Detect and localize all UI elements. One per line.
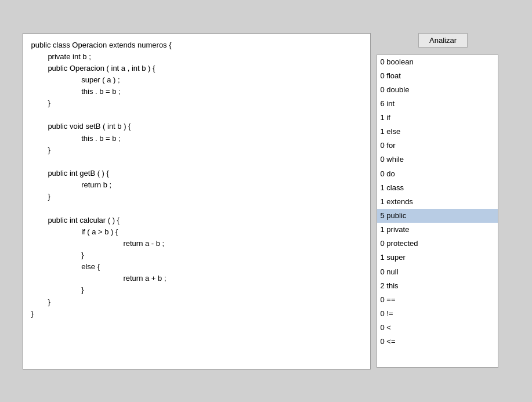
analyze-button[interactable]: Analizar [418,33,468,48]
keyword-item[interactable]: 0 protected [377,237,498,251]
keyword-item[interactable]: 5 public [377,209,498,223]
keyword-item[interactable]: 0 < [377,321,498,335]
keyword-item[interactable]: 0 for [377,139,498,153]
keyword-list[interactable]: 0 boolean0 float0 double6 int1 if1 else0… [377,55,498,368]
keyword-item[interactable]: 0 while [377,153,498,166]
code-display: public class Operacion extends numeros {… [31,39,362,320]
keyword-item[interactable]: 0 <= [377,335,498,349]
keyword-item[interactable]: 2 this [377,279,498,293]
keyword-item[interactable]: 0 != [377,307,498,321]
keyword-item[interactable]: 0 null [377,265,498,279]
keyword-item[interactable]: 0 float [377,69,498,83]
keyword-item[interactable]: 0 == [377,293,498,307]
keyword-item[interactable]: 0 double [377,83,498,97]
keyword-item[interactable]: 1 extends [377,195,498,209]
keyword-item[interactable]: 1 if [377,111,498,125]
keyword-item[interactable]: 1 super [377,251,498,265]
keyword-item[interactable]: 0 do [377,167,498,181]
right-panel: Analizar 0 boolean0 float0 double6 int1 … [377,33,510,370]
keyword-item[interactable]: 6 int [377,97,498,111]
keyword-item[interactable]: 1 private [377,223,498,237]
code-panel: public class Operacion extends numeros {… [23,33,371,370]
main-container: public class Operacion extends numeros {… [11,21,522,381]
keyword-item[interactable]: 1 class [377,181,498,195]
keyword-item[interactable]: 1 else [377,125,498,139]
keyword-item[interactable]: 0 boolean [377,55,498,69]
